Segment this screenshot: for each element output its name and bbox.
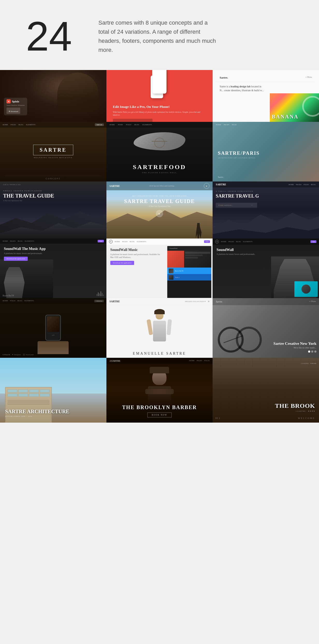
soundwall-dark-title: SoundWall The Music App [4,247,103,251]
restaurant-subtitle: BRANDING DESIGN MOCKSITE [34,157,72,159]
fashion-name: EMANUELLE SARTRE [108,352,211,356]
fashion-right-desc: We're like no other studio... [273,347,316,349]
banana-text: BANANA [272,114,299,120]
screenshot-brook[interactable]: 90 2 J.SARTRE · ★★★★ THE BROOK J.SARTRE … [213,358,319,423]
architecture-year: ESTABLISHED 2009 / 2016 [5,415,69,417]
spixls-download: ⬇ Download [9,110,18,113]
red-phone-subtext: With Sartre Pixls you get a full library… [113,111,206,116]
barber-title: THE BROOKLYN BARBER [106,404,213,410]
screenshot-architecture[interactable]: SARTRE ARCHITECTURE ESTABLISHED 2009 / 2… [0,358,106,423]
red-phone-headline: Edit Image Like a Pro, On Your Phone! [113,105,206,109]
screenshot-row-6: SARTRE ARCHITECTURE ESTABLISHED 2009 / 2… [0,358,319,423]
travel-right-title: SARTRE TRAVEL G [216,193,316,199]
soundwall-right-badge: Chat [310,240,316,243]
architecture-title: SARTRE ARCHITECTURE [5,409,69,414]
sartre-white-brand: Sartre. [220,76,228,79]
travel-center-nav: OUR Special Offers and Greetings [149,185,174,187]
travel-right-brand: SARTRE [216,183,226,186]
header-description: Sartre comes with 8 unique concepts and … [98,18,218,55]
restaurant-concept: CONCEPT [0,176,106,181]
soundwall-right-desc: A platform for music lovers and professi… [216,253,315,255]
screenshot-travel-right[interactable]: SARTRE HOMEPAGESFOLIOBLOG A THRILL SEEKE… [213,181,319,239]
restaurant-badge: Add Cart [95,123,104,126]
soundwall-center-title: SoundWall Music [110,248,164,252]
travel-dark-subtitle: THRILL SEEKER PUBLICATION [3,190,103,192]
play-button[interactable]: ▸ [156,210,163,217]
food-title: SARTREFOOD [133,164,186,171]
soundwall-dark-desc: A platform for music lovers and professi… [4,252,103,255]
paris-brand: Sartre. [218,176,224,178]
screenshot-sartre-paris[interactable]: HOMEPAGESBLOG SARTRE/PARIS ARCHITECTURE … [213,122,319,181]
award-css: CSSawrd [3,354,10,356]
screenshot-travel-center[interactable]: SARTRE OUR Special Offers and Greetings … [106,181,213,239]
soundwall-right-s: S [215,240,219,243]
screenshot-row-1: ★ Spixls Smart Intuitive Moments ⬇ Downl… [0,70,319,122]
screenshot-spixls[interactable]: ★ Spixls Smart Intuitive Moments ⬇ Downl… [0,70,106,122]
travel-center-subtitle: 465+ DISCOUNTED TRIPS FOR THE AVID EXPLO… [110,195,209,197]
screenshot-sartre-food[interactable]: HOMEFOODFOLIOBLOGELEMENTS SARTREFOOD THE… [106,122,213,181]
screenshot-barber[interactable]: J.SARTRE HOMEPAGESFOLIO THE BROOKLYN BAR… [106,358,213,423]
screenshot-sartre-restaurant[interactable]: HOME FOLIO BLOG ELEMENTS Add Cart SARTRE… [0,122,106,181]
screenshot-travel-dark[interactable]: Call Us +88 000 22 333 THRILL SEEKER PUB… [0,181,106,239]
screenshot-fashion-right[interactable]: Sartre. ≡ Menu Sartre Creative New York … [213,298,319,358]
soundwall-center-btn[interactable]: Download the application [110,261,134,265]
soundwall-center-s: S [109,240,113,243]
travel-dark-title: THE TRAVEL GUIDE [3,193,103,199]
travel-center-title: SARTRE TRAVEL GUIDE [110,198,209,204]
soundwall-dark-btn[interactable]: Download the application [4,257,28,261]
screenshot-row-2: HOME FOLIO BLOG ELEMENTS Add Cart SARTRE… [0,122,319,181]
screenshot-row-4: HOMEPAGESBLOGELEMENTS Chat SoundWall The… [0,239,319,298]
sartre-white-nav: ≡ Menu [306,76,312,79]
restaurant-title: SARTRE [40,147,67,153]
brook-brand: J.SARTRE · ★★★★ [275,410,315,412]
travel-center-brand: SARTRE [110,185,120,187]
sartre-white-desc: Sartre is a leading design lab located i… [220,85,264,92]
screenshot-red-phone[interactable]: Edit Image Like a Pro, On Your Phone! Wi… [106,70,213,122]
spixls-logo-text: Spixls [12,100,19,103]
paris-title: SARTRE/PARIS [218,150,314,156]
screenshot-fashion-dark[interactable]: HOMEFOLIOBLOGELEMENTS Collection APP CSS… [0,298,106,358]
award-designus: ✦ Designus [12,354,21,356]
soundwall-center-desc: A platform for music lovers and professi… [110,253,164,259]
screenshot-soundwall-center[interactable]: S HOMEPAGESBLOGELEMENTS Chat SoundWall M… [106,239,213,298]
travel-center-tagline: A Nat Geo Sponsored Site [110,205,209,207]
soundwall-center-badge: Chat [204,240,210,243]
brook-sartre-brand: J.SARTRE · ★★★★ [301,362,316,365]
fashion-center-brand: SARTRE [110,300,120,303]
screenshot-row-3: Call Us +88 000 22 333 THRILL SEEKER PUB… [0,181,319,239]
award-awwwards: ⬛ Awwwards [23,354,34,356]
screenshot-sartre-white[interactable]: Sartre. ≡ Menu Sartre is a leading desig… [213,70,319,122]
soundwall-dark-badge: Chat [98,240,104,242]
screenshot-fashion-center[interactable]: SARTRE PRIVATE COLLECTION ✦ ⊞ [106,298,213,358]
screenshot-soundwall-dark[interactable]: HOMEPAGESBLOGELEMENTS Chat SoundWall The… [0,239,106,298]
food-subtitle: THE FLAVOR EATING WELL [142,172,177,174]
big-number: 24 [26,16,83,57]
travel-right-email[interactable] [218,204,249,206]
fashion-right-title: Sartre Creative New York [273,341,316,346]
spixls-tagline: Smart Intuitive Moments [6,104,25,106]
soundwall-right-title: SoundWall [216,248,315,252]
screenshot-row-5: HOMEFOLIOBLOGELEMENTS Collection APP CSS… [0,298,319,358]
travel-nav-text: Call Us +88 000 22 333 [3,184,103,186]
paris-subtitle: ARCHITECTURE ART CULTURAL RETAIL [218,157,314,159]
brook-welcome: WELCOME [298,417,315,419]
screenshot-soundwall-right[interactable]: S HOMEPAGESBLOGELEMENTS Chat SoundWall A… [213,239,319,298]
barber-brand: J.SARTRE [110,360,121,362]
barber-btn[interactable]: BOOK NOW [147,412,172,417]
travel-right-subtitle: A THRILL SEEKER PUBLICATION [216,191,316,192]
travel-dark-desc: A Nat Geo Sponsored Site [3,200,103,202]
fashion-right-brand: Sartre. [216,300,223,303]
header-section: 24 Sartre comes with 8 unique concepts a… [0,0,319,70]
brook-title: THE BROOK [275,402,315,409]
soundwall-artist: Royce Da 5'9 [3,295,14,297]
